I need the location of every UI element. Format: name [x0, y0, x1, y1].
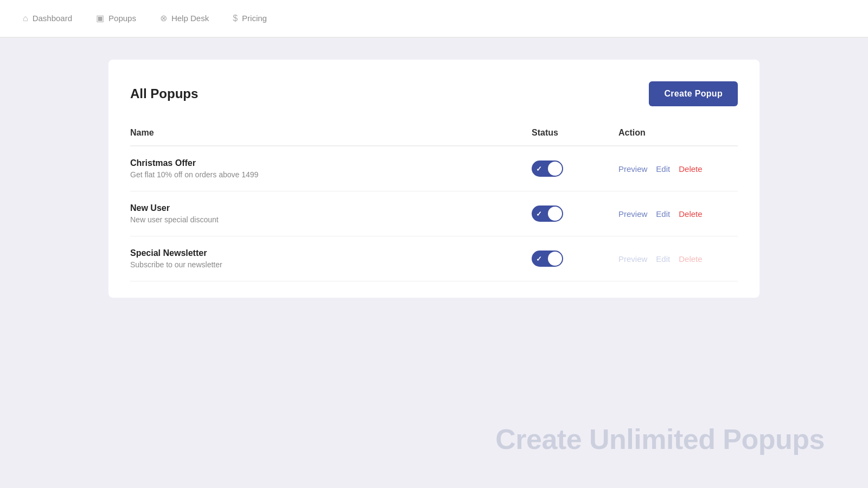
popup-description: Get flat 10% off on orders above 1499	[130, 170, 532, 179]
status-cell: ✓	[532, 160, 618, 177]
create-popup-button[interactable]: Create Popup	[649, 81, 738, 106]
action-cell: Preview Edit Delete	[618, 254, 738, 264]
popup-name: Christmas Offer	[130, 158, 532, 168]
edit-button[interactable]: Edit	[656, 209, 670, 219]
popups-icon: ▣	[96, 13, 104, 23]
nav-dashboard-label: Dashboard	[33, 14, 72, 23]
popup-name: Special Newsletter	[130, 248, 532, 258]
popup-name-cell: Christmas Offer Get flat 10% off on orde…	[130, 158, 532, 179]
nav-pricing[interactable]: $ Pricing	[221, 0, 279, 38]
table-row: New User New user special discount ✓ Pre…	[130, 191, 738, 236]
toggle-newsletter[interactable]: ✓	[532, 251, 563, 267]
header-action: Action	[618, 128, 738, 138]
nav-popups[interactable]: ▣ Popups	[84, 0, 148, 38]
popup-name-cell: Special Newsletter Subscribe to our news…	[130, 248, 532, 269]
table-row: Special Newsletter Subscribe to our news…	[130, 236, 738, 281]
preview-button[interactable]: Preview	[618, 254, 647, 264]
helpdesk-icon: ⊗	[160, 13, 167, 23]
navbar: ⌂ Dashboard ▣ Popups ⊗ Help Desk $ Prici…	[0, 0, 868, 38]
nav-pricing-label: Pricing	[242, 14, 267, 23]
dashboard-icon: ⌂	[23, 14, 28, 23]
delete-button[interactable]: Delete	[679, 164, 702, 174]
table-header: Name Status Action	[130, 123, 738, 146]
edit-button[interactable]: Edit	[656, 254, 670, 264]
nav-helpdesk-label: Help Desk	[171, 14, 209, 23]
preview-button[interactable]: Preview	[618, 164, 647, 174]
nav-dashboard[interactable]: ⌂ Dashboard	[11, 0, 84, 38]
header-status: Status	[532, 128, 618, 138]
popup-description: New user special discount	[130, 215, 532, 224]
pricing-icon: $	[233, 14, 238, 23]
watermark-text: Create Unlimited Popups	[495, 423, 825, 455]
nav-popups-label: Popups	[108, 14, 136, 23]
action-cell: Preview Edit Delete	[618, 164, 738, 174]
status-cell: ✓	[532, 206, 618, 222]
card-header: All Popups Create Popup	[130, 81, 738, 106]
toggle-christmas[interactable]: ✓	[532, 160, 563, 177]
popups-card: All Popups Create Popup Name Status Acti…	[108, 60, 760, 298]
table-row: Christmas Offer Get flat 10% off on orde…	[130, 146, 738, 191]
main-content: All Popups Create Popup Name Status Acti…	[0, 38, 868, 488]
page-title: All Popups	[130, 86, 198, 101]
popup-name: New User	[130, 203, 532, 213]
toggle-newuser[interactable]: ✓	[532, 206, 563, 222]
popup-name-cell: New User New user special discount	[130, 203, 532, 224]
delete-button[interactable]: Delete	[679, 254, 702, 264]
status-cell: ✓	[532, 251, 618, 267]
preview-button[interactable]: Preview	[618, 209, 647, 219]
edit-button[interactable]: Edit	[656, 164, 670, 174]
action-cell: Preview Edit Delete	[618, 209, 738, 219]
delete-button[interactable]: Delete	[679, 209, 702, 219]
header-name: Name	[130, 128, 532, 138]
popup-description: Subscribe to our newsletter	[130, 260, 532, 269]
nav-helpdesk[interactable]: ⊗ Help Desk	[148, 0, 221, 38]
